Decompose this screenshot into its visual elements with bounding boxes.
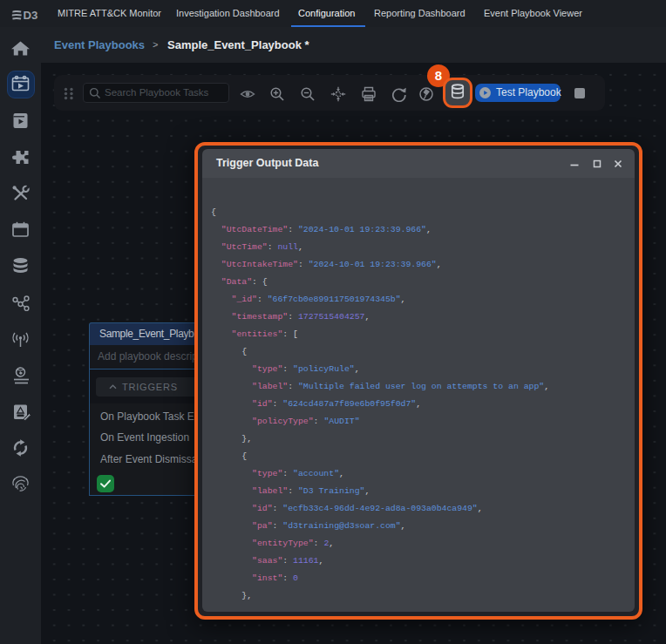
svg-text:D3: D3 <box>24 10 38 20</box>
